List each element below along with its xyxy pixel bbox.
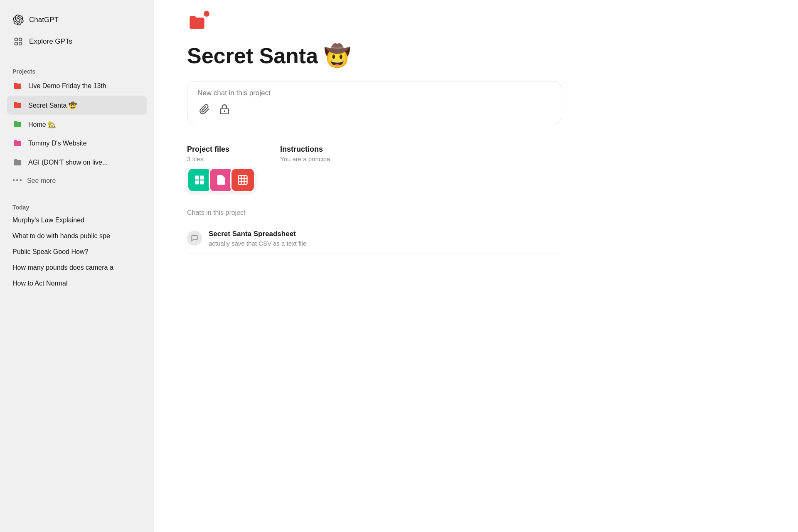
sidebar-item-agi[interactable]: AGI (DON'T show on live...: [7, 153, 147, 172]
sidebar: ChatGPT Explore GPTs Projects: [0, 0, 154, 532]
chat-item-spreadsheet[interactable]: Secret Santa Spreadsheet actually save t…: [187, 223, 561, 254]
main-content: Secret Santa 🤠 Project files 3 fil: [154, 0, 798, 532]
svg-rect-8: [195, 180, 199, 184]
sidebar-item-chatgpt[interactable]: ChatGPT: [7, 10, 147, 30]
folder-icon-agi: [12, 157, 23, 168]
grid-icon: [12, 36, 24, 47]
chat-preview-spreadsheet: actually save that CSV as a text file: [209, 240, 306, 247]
project-header-icon: [187, 12, 765, 35]
projects-section: Projects Live Demo Friday the 13th Secre…: [7, 62, 147, 189]
instructions-title: Instructions: [280, 145, 330, 154]
chats-section: Chats in this project Secret Santa Sprea…: [187, 209, 561, 254]
sidebar-item-home[interactable]: Home 🏡: [7, 115, 147, 134]
sidebar-top-nav: ChatGPT Explore GPTs: [7, 10, 147, 52]
openai-icon: [12, 14, 24, 26]
live-demo-label: Live Demo Friday the 13th: [28, 82, 106, 90]
folder-badge: [204, 11, 209, 17]
svg-rect-0: [15, 38, 17, 41]
see-more-button[interactable]: ••• See more: [7, 172, 147, 189]
today-label: Today: [7, 201, 147, 212]
new-chat-area[interactable]: [187, 81, 561, 124]
toolbox-icon: [219, 104, 230, 115]
attach-button[interactable]: [197, 102, 212, 116]
folder-icon-tommy: [12, 138, 23, 149]
folder-icon-live-demo: [12, 81, 23, 91]
svg-rect-9: [200, 180, 204, 184]
chat-item-murphys[interactable]: Murphy's Law Explained: [7, 212, 147, 228]
chat-info-spreadsheet: Secret Santa Spreadsheet actually save t…: [209, 230, 306, 247]
chatgpt-label: ChatGPT: [29, 16, 59, 24]
svg-rect-3: [19, 42, 22, 45]
secret-santa-label: Secret Santa 🤠: [28, 101, 77, 109]
svg-rect-7: [200, 176, 204, 180]
new-chat-input[interactable]: [197, 89, 551, 97]
folder-icon-home: [12, 119, 23, 130]
svg-rect-6: [195, 176, 199, 180]
file-icons-stack: [187, 167, 255, 192]
chat-item-camera[interactable]: How many pounds does camera a: [7, 260, 147, 276]
chat-item-normal[interactable]: How to Act Normal: [7, 276, 147, 291]
home-label: Home 🏡: [28, 121, 56, 128]
paperclip-icon: [199, 104, 210, 115]
projects-label: Projects: [7, 65, 147, 76]
svg-rect-1: [19, 38, 22, 41]
explore-label: Explore GPTs: [29, 37, 72, 46]
project-files-title: Project files: [187, 145, 255, 154]
chat-item-public[interactable]: Public Speak Good How?: [7, 244, 147, 260]
tools-button[interactable]: [217, 102, 232, 116]
project-files-section: Project files 3 files: [187, 145, 686, 192]
see-more-label: See more: [27, 177, 56, 185]
sidebar-item-tommy[interactable]: Tommy D's Website: [7, 134, 147, 153]
tommy-label: Tommy D's Website: [28, 140, 87, 147]
file-icon-grid: [187, 167, 212, 192]
sidebar-item-live-demo[interactable]: Live Demo Friday the 13th: [7, 76, 147, 96]
chats-section-title: Chats in this project: [187, 209, 561, 217]
file-icon-sheet: [230, 167, 255, 192]
sidebar-item-explore[interactable]: Explore GPTs: [7, 32, 147, 52]
svg-rect-2: [15, 42, 17, 45]
folder-icon-secret-santa: [12, 100, 23, 111]
instructions-block[interactable]: Instructions You are a principa: [280, 145, 330, 163]
dots-icon: •••: [12, 176, 23, 185]
chat-icon-spreadsheet: [187, 231, 202, 246]
chat-item-hands[interactable]: What to do with hands public spe: [7, 228, 147, 244]
project-files-count: 3 files: [187, 155, 255, 163]
chat-name-spreadsheet: Secret Santa Spreadsheet: [209, 230, 306, 238]
svg-rect-10: [239, 176, 247, 185]
file-icon-doc: [209, 167, 234, 192]
today-section: Today Murphy's Law Explained What to do …: [7, 197, 147, 291]
agi-label: AGI (DON'T show on live...: [28, 159, 108, 166]
project-files-block[interactable]: Project files 3 files: [187, 145, 255, 192]
sidebar-item-secret-santa[interactable]: Secret Santa 🤠: [7, 96, 147, 115]
instructions-preview: You are a principa: [280, 155, 330, 163]
chat-actions: [197, 102, 551, 116]
project-title: Secret Santa 🤠: [187, 43, 765, 69]
